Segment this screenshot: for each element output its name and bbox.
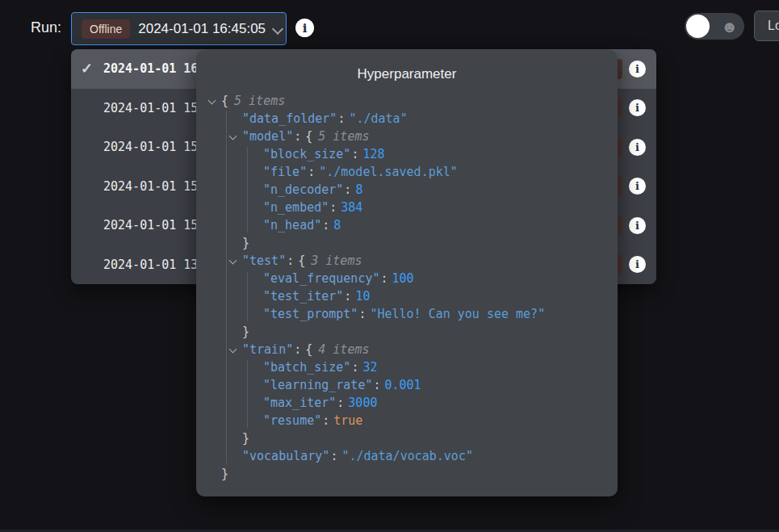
json-line: "eval_frequency":100 [196, 270, 618, 287]
json-line: "batch_size":32 [196, 358, 618, 376]
json-token-c: : [337, 394, 344, 412]
indent-guide [247, 271, 248, 321]
json-line: "test_prompt":"Hello! Can you see me?" [196, 305, 618, 323]
json-token-c: : [294, 341, 301, 358]
json-token-c: : [373, 376, 380, 394]
json-token-k: "test" [242, 252, 286, 270]
json-token-n: 32 [362, 358, 377, 376]
json-line: "test_iter":10 [196, 287, 618, 305]
json-token-n: 3000 [348, 394, 377, 412]
json-token-m: 5 items [318, 128, 369, 145]
json-token-k: "n_embed" [263, 199, 329, 216]
json-token-n: 0.001 [385, 376, 421, 394]
json-token-k: "test_prompt" [263, 305, 358, 323]
info-icon[interactable]: i [629, 178, 646, 195]
json-token-p: } [221, 465, 228, 483]
json-line: "max_iter":3000 [196, 394, 618, 412]
json-token-c: : [322, 412, 329, 429]
json-token-k: "model" [242, 128, 293, 145]
chevron-down-icon [274, 25, 282, 33]
log-button-label: Log [768, 19, 779, 33]
run-option-label: 2024-01-01 15 [103, 101, 198, 115]
json-token-m: 3 items [311, 252, 362, 270]
json-line: "vocabulary":"./data/vocab.voc" [196, 447, 618, 465]
json-line: } [196, 323, 618, 341]
json-token-c: : [308, 163, 315, 181]
json-token-k: "file" [263, 163, 307, 181]
json-token-c: : [330, 447, 337, 465]
json-line: "n_embed":384 [196, 199, 618, 216]
json-line: "train":{4 items [196, 341, 618, 358]
info-icon[interactable]: i [629, 61, 646, 77]
info-icon[interactable]: i [629, 99, 646, 116]
indent-guide [226, 111, 227, 463]
json-token-s: "Hello! Can you see me?" [370, 305, 545, 323]
json-line: "model":{5 items [196, 128, 618, 145]
json-token-p: } [242, 234, 249, 252]
json-line: "data_folder":"./data" [196, 110, 618, 128]
json-token-p: } [242, 323, 249, 341]
run-select-value: 2024-01-01 16:45:05 [138, 21, 266, 37]
collapse-caret-icon[interactable] [228, 128, 242, 145]
json-token-c: : [294, 128, 301, 145]
json-token-m: 5 items [234, 92, 285, 110]
json-token-k: "train" [242, 341, 293, 358]
json-token-k: "max_iter" [263, 394, 336, 412]
json-line: {5 items [196, 92, 618, 110]
json-line: } [196, 429, 618, 447]
json-token-c: : [358, 305, 366, 323]
run-option-label: 2024-01-01 15 [103, 179, 198, 194]
info-icon[interactable]: i [629, 217, 646, 234]
run-option-label: 2024-01-01 13 [103, 258, 198, 272]
json-line: "resume":true [196, 412, 618, 429]
collapse-caret-icon[interactable] [228, 341, 242, 358]
hyperparameter-popover: Hyperparameter {5 items"data_folder":"./… [196, 50, 618, 496]
json-token-k: "batch_size" [263, 358, 350, 376]
json-line: } [196, 234, 618, 252]
json-token-p: { [305, 128, 312, 145]
json-token-c: : [329, 199, 337, 216]
json-token-k: "n_head" [263, 216, 321, 234]
json-line: "learning_rate":0.001 [196, 376, 618, 394]
run-option-label: 2024-01-01 15 [103, 140, 198, 154]
offline-badge: Offline [82, 19, 130, 39]
json-token-k: "block_size" [263, 145, 350, 163]
json-token-k: "learning_rate" [263, 376, 372, 394]
json-token-k: "test_iter" [263, 287, 343, 305]
json-token-c: : [351, 358, 358, 376]
info-icon[interactable]: i [629, 256, 646, 273]
run-label: Run: [31, 19, 61, 36]
run-option-label: 2024-01-01 15 [103, 218, 198, 232]
smiley-icon: ☻ [721, 19, 738, 35]
json-tree: {5 items"data_folder":"./data""model":{5… [196, 92, 618, 483]
toggle-knob[interactable] [686, 15, 710, 38]
log-button[interactable]: Log [754, 10, 779, 41]
info-icon[interactable]: i [629, 139, 646, 156]
run-select[interactable]: Offline 2024-01-01 16:45:05 [71, 12, 287, 45]
emoji-toggle[interactable]: ☻ [685, 13, 744, 40]
json-token-c: : [322, 216, 329, 234]
indent-guide [247, 147, 248, 232]
json-token-k: "data_folder" [242, 110, 337, 128]
json-token-n: 100 [392, 270, 414, 287]
run-info-icon[interactable]: i [295, 19, 314, 37]
collapse-caret-icon[interactable] [228, 252, 242, 270]
collapse-caret-icon[interactable] [207, 92, 221, 110]
json-line: "file":"./model.saved.pkl" [196, 163, 618, 181]
check-icon: ✓ [81, 60, 103, 77]
popover-title: Hyperparameter [196, 50, 618, 82]
json-token-s: "./data" [349, 110, 407, 128]
json-token-k: "n_decoder" [263, 181, 343, 199]
json-token-c: : [344, 287, 351, 305]
indent-guide [247, 360, 248, 428]
json-token-c: : [287, 252, 294, 270]
json-line: "n_head":8 [196, 216, 618, 234]
json-token-m: 4 items [318, 341, 369, 358]
json-token-c: : [351, 145, 358, 163]
json-token-n: 10 [355, 287, 370, 305]
json-token-n: 384 [341, 199, 362, 216]
json-token-c: : [337, 110, 345, 128]
json-token-n: 8 [333, 216, 341, 234]
json-token-c: : [344, 181, 351, 199]
json-token-k: "vocabulary" [242, 447, 329, 465]
